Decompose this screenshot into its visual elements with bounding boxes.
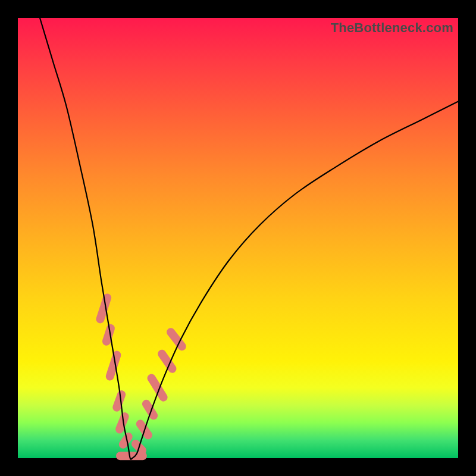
bottleneck-curve (18, 18, 458, 458)
marker-layer (95, 293, 188, 461)
curve-marker (146, 372, 169, 403)
curve-marker (140, 398, 159, 421)
curve-path (40, 18, 458, 459)
curve-marker (111, 389, 127, 413)
chart-frame: TheBottleneck.com (0, 0, 476, 476)
plot-area: TheBottleneck.com (18, 18, 458, 458)
